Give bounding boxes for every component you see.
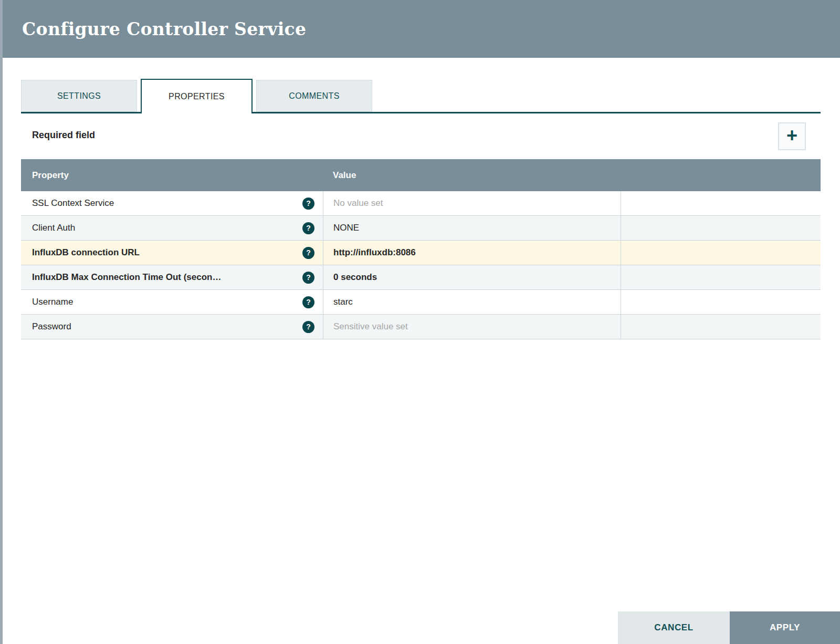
table-header-row: Property Value — [21, 159, 821, 191]
row-filler-cell — [621, 191, 821, 215]
help-icon[interactable]: ? — [302, 198, 314, 210]
property-name: SSL Context Service — [32, 198, 114, 209]
help-icon[interactable]: ? — [302, 272, 314, 284]
property-value: starc — [333, 297, 353, 307]
row-filler-cell — [621, 241, 821, 265]
value-cell[interactable]: NONE — [323, 216, 621, 240]
property-cell: Client Auth ? — [21, 216, 323, 240]
required-field-label: Required field — [32, 130, 95, 141]
help-icon[interactable]: ? — [302, 247, 314, 259]
table-row[interactable]: InfluxDB connection URL ? http://influxd… — [21, 241, 821, 265]
table-row[interactable]: Client Auth ? NONE — [21, 216, 821, 241]
property-name: InfluxDB Max Connection Time Out (secon… — [32, 272, 222, 283]
table-row[interactable]: Password ? Sensitive value set — [21, 315, 821, 339]
column-header-property: Property — [21, 170, 323, 181]
row-filler-cell — [621, 315, 821, 339]
property-name: InfluxDB connection URL — [32, 247, 140, 258]
property-cell: Password ? — [21, 315, 323, 339]
property-cell: SSL Context Service ? — [21, 191, 323, 215]
property-cell: InfluxDB connection URL ? — [21, 241, 323, 265]
property-value: http://influxdb:8086 — [333, 247, 416, 258]
properties-toolbar: Required field + — [21, 121, 821, 152]
value-cell[interactable]: starc — [323, 290, 621, 314]
tab-settings[interactable]: SETTINGS — [21, 80, 137, 112]
tab-bar: SETTINGS PROPERTIES COMMENTS — [21, 79, 821, 113]
property-name: Password — [32, 321, 71, 332]
property-value: NONE — [333, 223, 359, 233]
tab-properties[interactable]: PROPERTIES — [141, 79, 253, 113]
help-icon[interactable]: ? — [302, 296, 314, 308]
property-name: Username — [32, 297, 73, 307]
dialog-title: Configure Controller Service — [22, 19, 306, 39]
table-row[interactable]: Username ? starc — [21, 290, 821, 315]
add-property-button[interactable]: + — [778, 122, 806, 150]
dialog-header: Configure Controller Service — [3, 0, 840, 58]
help-icon[interactable]: ? — [302, 321, 314, 333]
property-value: No value set — [333, 198, 383, 209]
property-value: Sensitive value set — [333, 321, 408, 332]
properties-table: Property Value SSL Context Service ? No … — [21, 159, 821, 339]
column-header-value: Value — [323, 170, 621, 181]
value-cell[interactable]: http://influxdb:8086 — [323, 241, 621, 265]
property-cell: InfluxDB Max Connection Time Out (secon…… — [21, 265, 323, 289]
apply-button[interactable]: APPLY — [730, 611, 840, 644]
dialog-footer-actions: CANCEL APPLY — [618, 611, 840, 644]
table-row[interactable]: SSL Context Service ? No value set — [21, 191, 821, 216]
property-name: Client Auth — [32, 223, 75, 233]
property-value: 0 seconds — [333, 272, 377, 283]
row-filler-cell — [621, 290, 821, 314]
value-cell[interactable]: Sensitive value set — [323, 315, 621, 339]
value-cell[interactable]: No value set — [323, 191, 621, 215]
row-filler-cell — [621, 216, 821, 240]
cancel-button[interactable]: CANCEL — [618, 611, 730, 644]
configure-controller-service-dialog: Configure Controller Service SETTINGS PR… — [3, 0, 840, 644]
value-cell[interactable]: 0 seconds — [323, 265, 621, 289]
tab-comments[interactable]: COMMENTS — [256, 80, 372, 112]
table-row[interactable]: InfluxDB Max Connection Time Out (secon…… — [21, 265, 821, 290]
help-icon[interactable]: ? — [302, 222, 314, 234]
row-filler-cell — [621, 265, 821, 289]
property-cell: Username ? — [21, 290, 323, 314]
plus-icon: + — [786, 126, 797, 145]
